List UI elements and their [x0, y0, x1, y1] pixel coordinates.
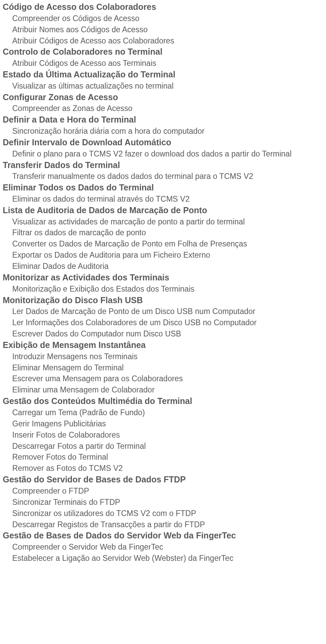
- toc-heading: Lista de Auditoria de Dados de Marcação …: [3, 205, 323, 216]
- toc-heading: Definir a Data e Hora do Terminal: [3, 114, 323, 126]
- toc-subitem: Descarregar Registos de Transacções a pa…: [3, 519, 323, 530]
- toc-subitem: Ler Informações dos Colaboradores de um …: [3, 317, 323, 328]
- toc-heading: Transferir Dados do Terminal: [3, 160, 323, 171]
- toc-subitem: Escrever uma Mensagem para os Colaborado…: [3, 373, 323, 384]
- toc-heading: Configurar Zonas de Acesso: [3, 92, 323, 103]
- toc-subitem: Eliminar Mensagem do Terminal: [3, 362, 323, 373]
- toc-subitem: Compreender o FTDP: [3, 485, 323, 497]
- toc-heading: Exibição de Mensagem Instantânea: [3, 339, 323, 351]
- toc-subitem: Compreender as Zonas de Acesso: [3, 103, 323, 114]
- toc-subitem: Compreender os Códigos de Acesso: [3, 13, 323, 24]
- toc-subitem: Atribuir Códigos de Acesso aos Colaborad…: [3, 35, 323, 47]
- toc-heading: Estado da Última Actualização do Termina…: [3, 69, 323, 80]
- toc-heading: Controlo de Colaboradores no Terminal: [3, 46, 323, 58]
- toc-subitem: Exportar os Dados de Auditoria para um F…: [3, 250, 323, 261]
- toc-subitem: Sincronizar Terminais do FTDP: [3, 497, 323, 508]
- toc-subitem: Sincronização horária diária com a hora …: [3, 126, 323, 137]
- toc-heading: Gestão de Bases de Dados do Servidor Web…: [3, 530, 323, 541]
- toc-subitem: Monitorização e Exibição dos Estados dos…: [3, 283, 323, 295]
- toc-subitem: Eliminar Dados de Auditoria: [3, 261, 323, 272]
- toc-subitem: Descarregar Fotos a partir do Terminal: [3, 441, 323, 452]
- toc-subitem: Visualizar as actividades de marcação de…: [3, 216, 323, 227]
- toc-subitem: Escrever Dados do Computador num Disco U…: [3, 328, 323, 339]
- toc-heading: Eliminar Todos os Dados do Terminal: [3, 182, 323, 194]
- toc-subitem: Ler Dados de Marcação de Ponto de um Dis…: [3, 306, 323, 317]
- toc-page: Código de Acesso dos ColaboradoresCompre…: [0, 0, 326, 571]
- toc-heading: Gestão do Servidor de Bases de Dados FTD…: [3, 474, 323, 485]
- toc-subitem: Estabelecer a Ligação ao Servidor Web (W…: [3, 553, 323, 564]
- toc-subitem: Atribuir Nomes aos Códigos de Acesso: [3, 24, 323, 35]
- toc-subitem: Remover as Fotos do TCMS V2: [3, 463, 323, 474]
- toc-subitem: Introduzir Mensagens nos Terminais: [3, 351, 323, 362]
- toc-subitem: Eliminar os dados do terminal através do…: [3, 194, 323, 205]
- toc-subitem: Carregar um Tema (Padrão de Fundo): [3, 407, 323, 418]
- toc-subitem: Definir o plano para o TCMS V2 fazer o d…: [3, 148, 323, 160]
- toc-subitem: Inserir Fotos de Colaboradores: [3, 429, 323, 441]
- toc-subitem: Eliminar uma Mensagem de Colaborador: [3, 384, 323, 395]
- toc-heading: Monitorização do Disco Flash USB: [3, 295, 323, 306]
- toc-subitem: Sincronizar os utilizadores do TCMS V2 c…: [3, 508, 323, 519]
- toc-heading: Definir Intervalo de Download Automático: [3, 137, 323, 148]
- toc-heading: Gestão dos Conteúdos Multimédia do Termi…: [3, 395, 323, 407]
- toc-heading: Monitorizar as Actividades dos Terminais: [3, 272, 323, 283]
- toc-subitem: Transferir manualmente os dados dados do…: [3, 171, 323, 182]
- toc-subitem: Gerir Imagens Publicitárias: [3, 418, 323, 429]
- toc-subitem: Remover Fotos do Terminal: [3, 452, 323, 463]
- toc-heading: Código de Acesso dos Colaboradores: [3, 1, 323, 13]
- toc-subitem: Converter os Dados de Marcação de Ponto …: [3, 238, 323, 250]
- toc-subitem: Visualizar as últimas actualizações no t…: [3, 80, 323, 92]
- toc-subitem: Compreender o Servidor Web da FingerTec: [3, 541, 323, 553]
- toc-subitem: Filtrar os dados de marcação de ponto: [3, 227, 323, 238]
- toc-subitem: Atribuir Códigos de Acesso aos Terminais: [3, 58, 323, 69]
